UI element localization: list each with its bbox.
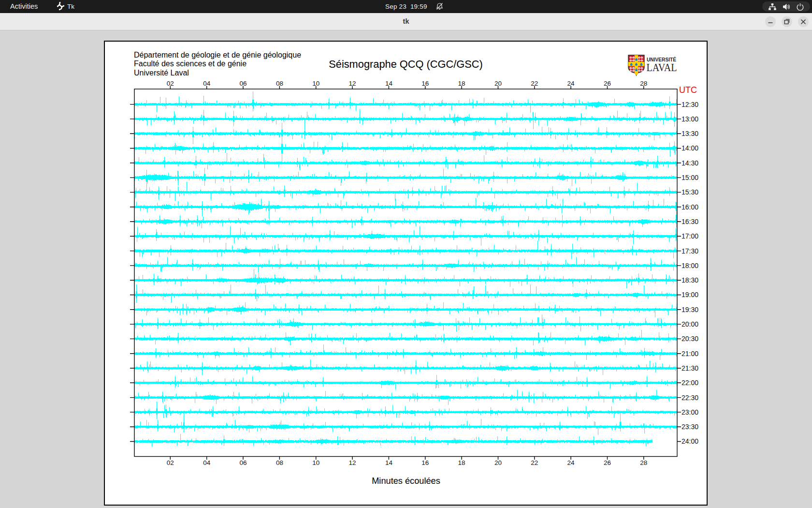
svg-text:12: 12 <box>348 459 356 466</box>
svg-text:28: 28 <box>640 80 647 87</box>
svg-text:14:30: 14:30 <box>682 159 698 167</box>
svg-text:23:30: 23:30 <box>682 423 698 431</box>
svg-text:18: 18 <box>458 80 465 87</box>
svg-text:12: 12 <box>348 80 356 87</box>
svg-text:08: 08 <box>276 80 283 87</box>
svg-text:15:00: 15:00 <box>682 174 698 181</box>
svg-text:02: 02 <box>167 80 174 87</box>
svg-text:16:00: 16:00 <box>682 203 698 211</box>
svg-text:04: 04 <box>203 80 211 87</box>
svg-text:12:30: 12:30 <box>682 101 698 108</box>
svg-text:10: 10 <box>312 80 319 87</box>
svg-text:06: 06 <box>239 80 246 87</box>
svg-text:Minutes écoulées: Minutes écoulées <box>372 476 440 486</box>
svg-text:15:30: 15:30 <box>682 188 698 196</box>
svg-text:13:30: 13:30 <box>682 130 698 137</box>
svg-text:13:00: 13:00 <box>682 115 698 123</box>
svg-text:17:00: 17:00 <box>682 232 698 240</box>
svg-text:17:30: 17:30 <box>682 247 698 255</box>
svg-text:24: 24 <box>567 80 575 87</box>
svg-text:04: 04 <box>203 459 211 466</box>
svg-text:19:00: 19:00 <box>682 291 698 299</box>
svg-text:24:00: 24:00 <box>682 437 698 445</box>
svg-text:21:00: 21:00 <box>682 350 698 358</box>
svg-text:20: 20 <box>494 459 502 466</box>
svg-text:18: 18 <box>458 459 465 466</box>
svg-text:18:00: 18:00 <box>682 262 698 269</box>
svg-text:22:30: 22:30 <box>682 394 698 402</box>
svg-text:14: 14 <box>385 80 393 87</box>
svg-text:26: 26 <box>604 459 611 466</box>
svg-text:20:30: 20:30 <box>682 335 698 343</box>
svg-text:23:00: 23:00 <box>682 408 698 416</box>
svg-text:16: 16 <box>421 459 429 466</box>
svg-text:06: 06 <box>239 459 246 466</box>
svg-text:28: 28 <box>640 459 647 466</box>
svg-text:26: 26 <box>604 80 611 87</box>
svg-text:16:30: 16:30 <box>682 218 698 225</box>
svg-text:19:30: 19:30 <box>682 306 698 314</box>
svg-text:02: 02 <box>167 459 174 466</box>
svg-text:22:00: 22:00 <box>682 379 698 387</box>
svg-text:14:00: 14:00 <box>682 144 698 152</box>
svg-text:14: 14 <box>385 459 393 466</box>
svg-text:18:30: 18:30 <box>682 276 698 284</box>
svg-text:UTC: UTC <box>679 85 697 95</box>
svg-text:16: 16 <box>421 80 429 87</box>
svg-text:24: 24 <box>567 459 575 466</box>
svg-text:08: 08 <box>276 459 283 466</box>
svg-text:10: 10 <box>312 459 319 466</box>
svg-text:20: 20 <box>494 80 502 87</box>
svg-text:22: 22 <box>531 459 538 466</box>
svg-text:21:30: 21:30 <box>682 364 698 372</box>
svg-text:20:00: 20:00 <box>682 320 698 328</box>
svg-text:22: 22 <box>531 80 538 87</box>
